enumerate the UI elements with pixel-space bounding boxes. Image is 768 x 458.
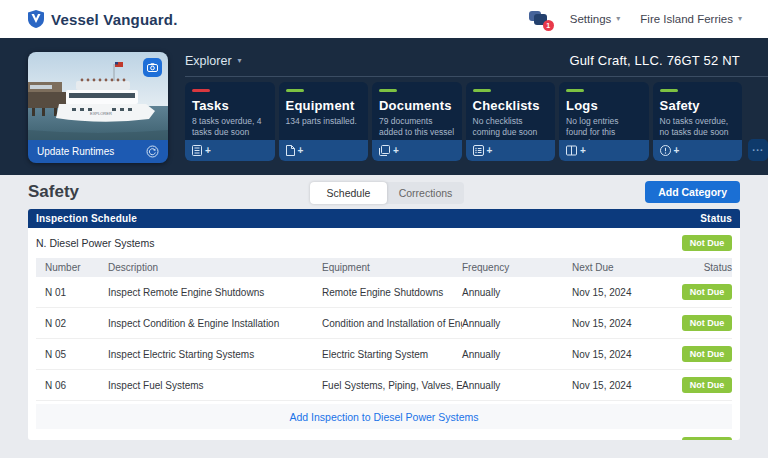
card-accent-bar xyxy=(379,89,397,92)
schedule-corrections-tabs: Schedule Corrections xyxy=(310,182,464,204)
page-icon xyxy=(286,145,295,156)
cell-description: Inspect Fuel Systems xyxy=(108,380,322,391)
update-runtimes-label: Update Runtimes xyxy=(37,146,114,157)
cell-frequency: Annually xyxy=(462,349,572,360)
clipboard-list-icon xyxy=(192,145,202,156)
cell-next-due: Nov 15, 2024 xyxy=(572,318,682,329)
col-status: Status xyxy=(682,262,732,273)
vessel-title: Gulf Craft, LLC. 76GT 52 NT xyxy=(569,53,740,68)
card-title: Safety xyxy=(660,98,736,113)
cell-next-due: Nov 15, 2024 xyxy=(572,349,682,360)
cell-equipment: Fuel Systems, Piping, Valves, Emergency xyxy=(322,380,462,391)
logs-card[interactable]: Logs No log entries found for this vesse… xyxy=(559,82,649,161)
book-icon xyxy=(566,145,577,156)
vessel-hero-band: EXPLORER Update Runtimes xyxy=(0,38,768,175)
add-inspection-row: Add Inspection to Diesel Power Systems xyxy=(36,404,732,429)
card-title: Equipment xyxy=(286,98,362,113)
logo-text: Vessel Vanguard. xyxy=(51,11,178,28)
edit-photo-button[interactable] xyxy=(143,58,162,77)
boat-name-text: EXPLORER xyxy=(90,111,112,116)
cell-frequency: Annually xyxy=(462,318,572,329)
cell-number: N 05 xyxy=(36,349,108,360)
explorer-dropdown[interactable]: Explorer ▾ xyxy=(185,54,242,68)
pages-icon xyxy=(379,145,390,156)
section-header: Safety Schedule Corrections Add Category xyxy=(28,175,740,209)
cell-equipment: Condition and Installation of Engines, C… xyxy=(322,318,462,329)
safety-section: Safety Schedule Corrections Add Category… xyxy=(0,175,768,440)
card-accent-bar xyxy=(473,89,491,92)
cell-number: N 02 xyxy=(36,318,108,329)
cell-next-due: Nov 15, 2024 xyxy=(572,287,682,298)
update-runtimes-button[interactable]: Update Runtimes xyxy=(28,140,168,163)
settings-menu[interactable]: Settings ▾ xyxy=(570,13,621,25)
more-cards-button[interactable]: ... xyxy=(748,139,768,161)
add-inspection-link[interactable]: Add Inspection to Diesel Power Systems xyxy=(289,411,478,423)
card-subtitle: 8 tasks overdue, 4 tasks due soon xyxy=(192,116,268,138)
summary-cards-row: Tasks 8 tasks overdue, 4 tasks due soon … xyxy=(185,82,768,161)
shield-logo-icon xyxy=(28,10,44,28)
checklists-card[interactable]: Checklists No checklists coming due soon… xyxy=(466,82,556,161)
runtime-refresh-icon xyxy=(146,145,159,158)
inspection-schedule-header: Inspection Schedule Status xyxy=(28,209,740,228)
table-row[interactable]: N 05 Inspect Electric Starting Systems E… xyxy=(36,339,732,370)
status-badge: Not Due xyxy=(682,315,732,331)
vessel-vanguard-logo[interactable]: Vessel Vanguard. xyxy=(28,10,178,28)
notifications-button[interactable]: 1 xyxy=(529,10,550,28)
col-description: Description xyxy=(108,262,322,273)
tasks-card[interactable]: Tasks 8 tasks overdue, 4 tasks due soon … xyxy=(185,82,275,161)
cell-description: Inspect Remote Engine Shutdowns xyxy=(108,287,322,298)
card-title: Checklists xyxy=(473,98,549,113)
cell-frequency: Annually xyxy=(462,287,572,298)
fleet-selector-menu[interactable]: Fire Island Ferries ▾ xyxy=(640,13,742,25)
app-header: Vessel Vanguard. 1 Settings ▾ Fire Islan… xyxy=(0,0,768,38)
table-column-headers: Number Description Equipment Frequency N… xyxy=(36,258,732,277)
explorer-label: Explorer xyxy=(185,54,232,68)
plus-icon: + xyxy=(298,145,304,156)
add-checklist-button[interactable]: + xyxy=(466,140,556,161)
chevron-down-icon: ▾ xyxy=(738,15,742,23)
category-group-row: N. Diesel Power Systems Not Due xyxy=(28,228,740,258)
safety-card[interactable]: Safety No tasks overdue, no tasks due so… xyxy=(653,82,743,161)
card-title: Documents xyxy=(379,98,455,113)
status-badge: Not Due xyxy=(682,235,732,251)
add-task-button[interactable]: + xyxy=(185,140,275,161)
card-subtitle: 134 parts installed. xyxy=(286,116,362,127)
card-accent-bar xyxy=(660,89,678,92)
camera-icon xyxy=(147,63,158,72)
plus-icon: + xyxy=(487,145,493,156)
table-row[interactable]: N 01 Inspect Remote Engine Shutdowns Rem… xyxy=(36,277,732,308)
plus-icon: + xyxy=(674,145,680,156)
table-title: Inspection Schedule xyxy=(36,213,137,224)
documents-card[interactable]: Documents 79 documents added to this ves… xyxy=(372,82,462,161)
equipment-card[interactable]: Equipment 134 parts installed. + xyxy=(279,82,369,161)
tab-schedule[interactable]: Schedule xyxy=(310,182,387,204)
table-row[interactable]: N 02 Inspect Condition & Engine Installa… xyxy=(36,308,732,339)
card-accent-bar xyxy=(192,89,210,92)
hero-title-row: Explorer ▾ Gulf Craft, LLC. 76GT 52 NT xyxy=(185,38,768,77)
status-badge: Not Due xyxy=(682,377,732,393)
add-document-button[interactable]: + xyxy=(372,140,462,161)
inspection-table: N. Diesel Power Systems Not Due Number D… xyxy=(28,228,740,440)
cell-number: N 06 xyxy=(36,380,108,391)
cell-frequency: Annually xyxy=(462,380,572,391)
add-equipment-button[interactable]: + xyxy=(279,140,369,161)
col-next-due: Next Due xyxy=(572,262,682,273)
add-log-button[interactable]: + xyxy=(559,140,649,161)
tab-corrections[interactable]: Corrections xyxy=(387,182,464,204)
cell-description: Inspect Electric Starting Systems xyxy=(108,349,322,360)
col-equipment: Equipment xyxy=(322,262,462,273)
cell-next-due: Nov 15, 2024 xyxy=(572,380,682,391)
add-category-button[interactable]: Add Category xyxy=(645,181,740,203)
checklist-icon xyxy=(473,145,484,156)
plus-icon: + xyxy=(393,145,399,156)
status-badge: Not Due xyxy=(682,346,732,362)
table-row[interactable]: N 06 Inspect Fuel Systems Fuel Systems, … xyxy=(36,370,732,401)
status-column-title: Status xyxy=(700,213,732,224)
ellipsis-icon: ... xyxy=(752,142,763,153)
alert-circle-icon xyxy=(660,145,671,156)
card-title: Tasks xyxy=(192,98,268,113)
cell-number: N 01 xyxy=(36,287,108,298)
card-subtitle: No tasks overdue, no tasks due soon xyxy=(660,116,736,138)
col-frequency: Frequency xyxy=(462,262,572,273)
add-safety-item-button[interactable]: + xyxy=(653,140,743,161)
